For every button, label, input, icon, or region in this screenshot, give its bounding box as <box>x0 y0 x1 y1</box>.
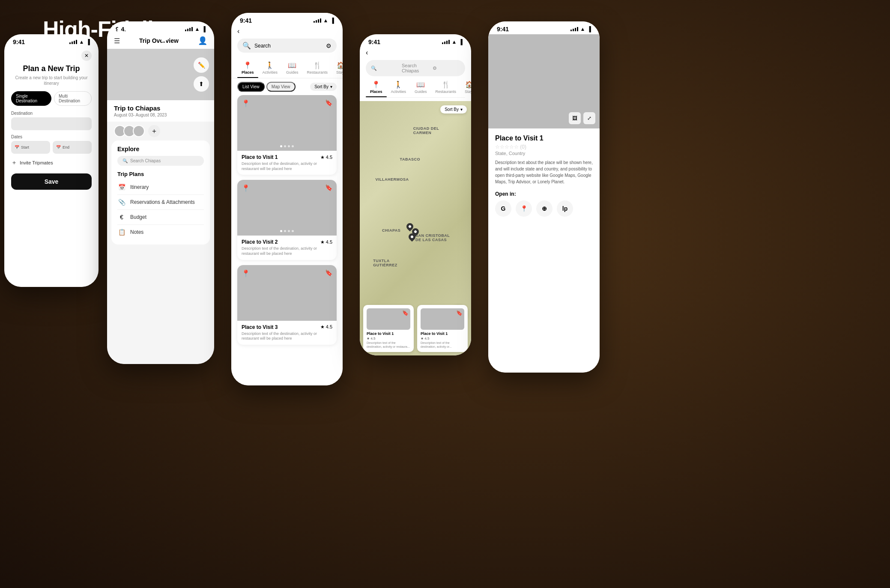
notes-menu-item[interactable]: 📋 Notes <box>117 225 204 239</box>
stays-label: Stays <box>336 70 343 75</box>
trip-name: Trip to Chiapas <box>114 104 207 112</box>
close-button[interactable]: ✕ <box>81 51 92 61</box>
restaurants-label: Restaurants <box>307 70 328 75</box>
explore-search-bar[interactable]: 🔍 Search Chiapas <box>117 156 204 166</box>
calendar-end-icon: 📅 <box>56 145 61 149</box>
place-detail-content: Place to Visit 1 ☆☆☆☆☆ (0) State, Countr… <box>488 128 600 373</box>
hero-actions: ✏️ ⬆ <box>194 57 209 92</box>
single-destination-tab[interactable]: Single Destination <box>11 91 51 106</box>
status-icons-2: ▲ ▐ <box>185 26 206 32</box>
place-bookmark-2[interactable]: 🔖 <box>325 184 332 191</box>
trip-meta: Trip to Chiapas August 03- August 08, 20… <box>107 100 214 122</box>
search-input-3[interactable] <box>254 43 323 49</box>
plan-trip-title: Plan a New Trip <box>11 64 92 73</box>
search-icon-4: 🔍 <box>371 66 398 71</box>
wifi-icon-2: ▲ <box>195 26 200 32</box>
image-expand-button[interactable]: ⤢ <box>583 112 595 124</box>
destination-input[interactable] <box>11 117 92 130</box>
image-gallery-button[interactable]: 🖼 <box>569 112 581 124</box>
place-card-1[interactable]: 📍 🔖 Place to Visit 1 ★ 4.5 Description t <box>237 95 337 175</box>
share-hero-button[interactable]: ⬆ <box>194 76 209 92</box>
multi-destination-tab[interactable]: Multi Destination <box>54 91 92 106</box>
places-icon: 📍 <box>243 61 252 69</box>
edit-hero-button[interactable]: ✏️ <box>194 57 209 73</box>
time-5: 9:41 <box>497 26 509 33</box>
map-tab-restaurants[interactable]: 🍴 Restaurants <box>431 79 461 97</box>
map-tab-activities[interactable]: 🚶 Activities <box>387 79 411 97</box>
map-sort-button[interactable]: Sort By ▾ <box>440 105 467 113</box>
map-mini-card-1[interactable]: 🔖 Place to Visit 1 ★ 4.5 Description tex… <box>363 305 414 352</box>
open-in-google[interactable]: G <box>495 200 511 217</box>
reservations-menu-item[interactable]: 📎 Reservations & Attachments <box>117 195 204 210</box>
add-tripmate-button[interactable]: ＋ <box>148 125 160 137</box>
save-button[interactable]: Save <box>11 173 92 190</box>
phone-search: 9:41 ▲ ▐ ‹ 🔍 ⚙ 📍 P <box>231 13 343 385</box>
guides-icon: 📖 <box>288 61 296 69</box>
tab-places[interactable]: 📍 Places <box>237 60 258 78</box>
sort-button[interactable]: Sort By ▾ <box>310 83 337 91</box>
places-label: Places <box>242 70 254 75</box>
wifi-icon-4: ▲ <box>452 39 457 45</box>
map-tab-guides[interactable]: 📖 Guides <box>410 79 431 97</box>
end-date-field[interactable]: 📅 End <box>53 141 92 154</box>
explore-search-text: Search Chiapas <box>130 158 161 163</box>
map-label-tabasco: TABASCO <box>400 157 420 161</box>
plus-icon: ＋ <box>11 159 17 167</box>
start-date-field[interactable]: 📅 Start <box>11 141 50 154</box>
open-in-lonely-planet[interactable]: lp <box>557 200 573 217</box>
open-in-label: Open in: <box>495 191 593 197</box>
place-desc-3: Description text of the destination, act… <box>242 331 332 341</box>
image-dots-1 <box>280 145 294 147</box>
list-view-button[interactable]: List View <box>237 82 265 92</box>
tab-guides[interactable]: 📖 Guides <box>282 60 303 78</box>
place-bookmark-3[interactable]: 🔖 <box>325 269 332 276</box>
map-filter-icon[interactable]: ⚙ <box>433 66 460 71</box>
dates-label: Dates <box>11 134 92 139</box>
map-background: Ciudad delCarmen TABASCO Villahermosa CH… <box>360 101 471 355</box>
phone-map: 9:41 ▲ ▐ ‹ 🔍 Search Chiapas ⚙ <box>360 34 471 355</box>
map-stays-icon: 🏠 <box>465 81 471 89</box>
avatar-icon[interactable]: 👤 <box>198 36 207 45</box>
destination-label: Destination <box>11 111 92 116</box>
back-button-4[interactable]: ‹ <box>366 49 465 57</box>
map-tab-places[interactable]: 📍 Places <box>366 79 387 97</box>
map-search-row[interactable]: 🔍 Search Chiapas ⚙ <box>366 60 465 76</box>
map-view-button[interactable]: Map View <box>266 82 296 92</box>
activities-icon: 🚶 <box>266 61 274 69</box>
open-in-tripadvisor[interactable]: ⊕ <box>536 200 553 217</box>
place-detail-stars: ☆☆☆☆☆ (0) <box>495 144 593 150</box>
map-mini-desc-1: Description text of the destination, act… <box>367 341 410 349</box>
tab-activities[interactable]: 🚶 Activities <box>258 60 282 78</box>
map-tab-stays[interactable]: 🏠 Stays <box>460 79 471 97</box>
category-tabs: 📍 Places 🚶 Activities 📖 Guides 🍴 Restaur… <box>231 56 343 78</box>
wifi-icon-5: ▲ <box>580 26 585 32</box>
budget-menu-item[interactable]: € Budget <box>117 210 204 225</box>
back-button-3[interactable]: ‹ <box>237 27 337 35</box>
itinerary-menu-item[interactable]: 📅 Itinerary <box>117 180 204 195</box>
place-detail-hero-image: 🖼 ⤢ <box>488 34 600 128</box>
map-mini-rating-1: ★ 4.5 <box>367 337 410 340</box>
signal-icon-3 <box>314 18 321 23</box>
trip-hero-image: ✏️ ⬆ <box>107 49 214 100</box>
map-mini-card-2[interactable]: 🔖 Place to Visit 1 ★ 4.5 Description tex… <box>417 305 468 352</box>
open-in-maps[interactable]: 📍 <box>516 200 532 217</box>
mini-bookmark-1[interactable]: 🔖 <box>402 310 409 316</box>
search-input-row: 🔍 ⚙ <box>237 39 337 53</box>
filter-button[interactable]: ⚙ <box>326 42 332 49</box>
place-bookmark-1[interactable]: 🔖 <box>325 99 332 106</box>
invite-label[interactable]: Invite Tripmates <box>20 160 53 165</box>
place-card-3[interactable]: 📍 🔖 Place to Visit 3 ★ 4.5 Description t… <box>237 265 337 345</box>
map-mini-desc-2: Description text of the destination, act… <box>421 341 464 349</box>
mini-bookmark-2[interactable]: 🔖 <box>456 310 463 316</box>
place-card-2[interactable]: 📍 🔖 Place to Visit 2 ★ 4.5 Description t <box>237 180 337 260</box>
status-icons-3: ▲ ▐ <box>314 18 334 24</box>
tab-stays[interactable]: 🏠 Stays <box>332 60 343 78</box>
status-bar-4: 9:41 ▲ ▐ <box>360 34 471 47</box>
image-dots-2 <box>280 230 294 232</box>
tab-restaurants[interactable]: 🍴 Restaurants <box>303 60 332 78</box>
sort-label: Sort By <box>314 84 329 89</box>
trip-plans-label: Trip Plans <box>117 171 204 177</box>
status-bar-5: 9:41 ▲ ▐ <box>488 21 600 34</box>
explore-title: Explore <box>117 146 204 152</box>
map-container[interactable]: Ciudad delCarmen TABASCO Villahermosa CH… <box>360 101 471 355</box>
